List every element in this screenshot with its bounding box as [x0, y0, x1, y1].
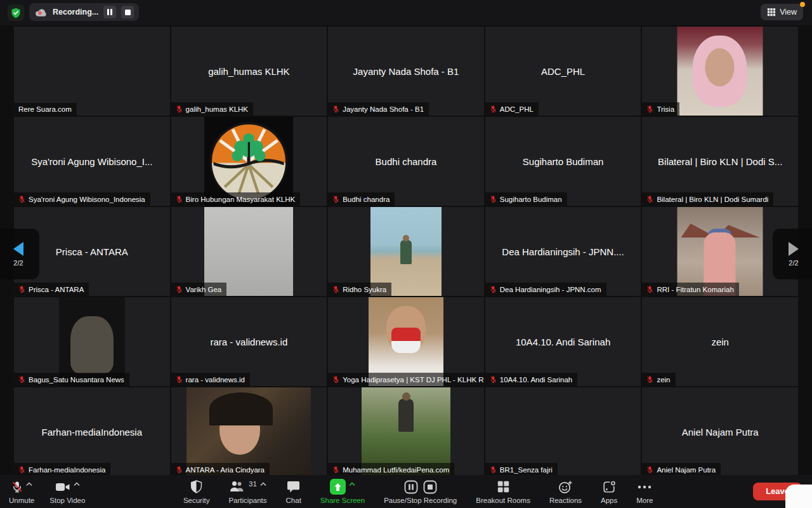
video-tile[interactable]: Sya'roni Agung Wibisono_I... Sya'roni Ag… — [14, 117, 170, 206]
video-tile[interactable]: Bilateral | Biro KLN | Dodi S... Bilater… — [642, 117, 798, 206]
breakout-rooms-icon — [497, 480, 510, 493]
view-button[interactable]: View — [761, 4, 803, 20]
video-tile[interactable]: 10A4.10. Andi Sarinah 10A4.10. Andi Sari… — [485, 297, 641, 386]
video-tile[interactable]: Varikh Gea — [171, 207, 327, 296]
video-tile[interactable]: ADC_PHL ADC_PHL — [485, 27, 641, 116]
mic-muted-icon — [11, 480, 23, 493]
video-tile[interactable]: Biro Hubungan Masyarakat KLHK — [171, 117, 327, 206]
participant-name-tag: Bagus_Satu Nusantara News — [14, 373, 129, 386]
video-tile[interactable]: Jayanty Nada Shofa - B1 Jayanty Nada Sho… — [328, 27, 484, 116]
apps-button[interactable]: Apps — [601, 479, 617, 504]
mic-muted-icon — [490, 285, 497, 293]
chevron-up-icon[interactable] — [26, 482, 32, 486]
video-tile[interactable]: Sugiharto Budiman Sugiharto Budiman — [485, 117, 641, 206]
meeting-top-bar: Recording... View — [0, 0, 812, 25]
participant-name-tag: Aniel Najam Putra — [642, 463, 721, 476]
participant-name: RRI - Fitratun Komariah — [657, 286, 733, 293]
klhk-ministry-logo — [209, 121, 289, 201]
more-button[interactable]: More — [636, 479, 653, 504]
next-page-button[interactable]: 2/2 — [773, 229, 812, 279]
unmute-button[interactable]: Unmute — [9, 479, 34, 504]
participant-name: Aniel Najam Putra — [657, 466, 716, 474]
video-tile[interactable]: Dea Hardianingsih - JPNN.... Dea Hardian… — [485, 207, 641, 296]
stop-recording-icon[interactable] — [423, 480, 437, 494]
participant-name-tag: zein — [642, 373, 675, 386]
encryption-shield-button[interactable] — [8, 4, 24, 21]
share-screen-button[interactable]: Share Screen — [320, 479, 365, 504]
cloud-recording-icon — [34, 8, 48, 17]
video-tile[interactable]: Trisia — [642, 27, 798, 116]
participant-name: Bagus_Satu Nusantara News — [29, 376, 124, 384]
participant-name-tag: Sya'roni Agung Wibisono_Indonesia — [14, 192, 150, 206]
chevron-up-icon[interactable] — [349, 482, 355, 486]
mic-muted-icon — [176, 375, 183, 384]
recording-status-text: Recording... — [53, 8, 98, 17]
recording-indicator: Recording... — [29, 3, 139, 21]
video-tile[interactable]: Yoga Hadiprasetya | KST DJ PHL - KLHK RI — [328, 297, 484, 386]
mic-muted-icon — [176, 465, 183, 474]
participant-name: zein — [657, 376, 670, 384]
pause-recording-button[interactable] — [103, 6, 116, 18]
video-camera-icon — [55, 481, 70, 493]
security-shield-icon — [190, 480, 202, 493]
participant-name: Muhammad Lutfi/kedaiPena.com — [343, 466, 449, 474]
meeting-toolbar: Unmute Stop Video Security — [0, 475, 812, 508]
chevron-up-icon[interactable] — [74, 482, 80, 486]
video-tile[interactable]: ANTARA - Aria Cindyara — [171, 387, 327, 476]
mic-muted-icon — [18, 465, 25, 474]
video-tile[interactable]: Ridho Syukra — [328, 207, 484, 296]
participant-name: Bilateral | Biro KLN | Dodi Sumardi — [657, 196, 768, 203]
more-dots-icon — [638, 485, 652, 489]
shield-check-icon — [11, 8, 21, 18]
participant-name: Rere Suara.com — [18, 105, 72, 113]
video-tile[interactable]: Muhammad Lutfi/kedaiPena.com — [328, 387, 484, 476]
participants-button[interactable]: 31 Participants — [228, 479, 266, 504]
security-button[interactable]: Security — [183, 479, 210, 504]
participant-name: Farhan-mediaIndonesia — [29, 466, 105, 474]
video-tile[interactable]: zein zein — [642, 297, 798, 386]
participant-name-tag: ADC_PHL — [485, 102, 539, 116]
apps-icon — [602, 480, 616, 494]
mic-muted-icon — [332, 375, 339, 384]
participant-name: Yoga Hadiprasetya | KST DJ PHL - KLHK RI — [343, 376, 484, 384]
mic-muted-icon — [646, 285, 653, 293]
page-indicator: 2/2 — [789, 259, 798, 267]
video-tile[interactable]: galih_humas KLHK galih_humas KLHK — [171, 27, 327, 116]
chat-button[interactable]: Chat — [286, 479, 301, 504]
participant-name-tag: BR1_Senza fajri — [485, 463, 558, 476]
pause-recording-icon[interactable] — [404, 480, 418, 494]
participants-count: 31 — [249, 480, 257, 488]
pause-stop-recording-button[interactable]: Pause/Stop Recording — [384, 479, 457, 504]
video-tile[interactable]: BR1_Senza fajri — [485, 387, 641, 476]
participant-name-tag: Sugiharto Budiman — [485, 192, 567, 206]
chevron-up-icon[interactable] — [260, 482, 266, 486]
video-tile[interactable]: Aniel Najam Putra Aniel Najam Putra — [642, 387, 798, 476]
participant-name: Prisca - ANTARA — [29, 286, 84, 293]
stop-video-button[interactable]: Stop Video — [49, 479, 85, 504]
participant-name-tag: Yoga Hadiprasetya | KST DJ PHL - KLHK RI — [328, 373, 484, 386]
mic-muted-icon — [18, 195, 25, 203]
participant-name: rara - validnews.id — [186, 376, 245, 384]
mic-muted-icon — [490, 195, 497, 203]
mic-muted-icon — [332, 465, 339, 474]
participant-name-tag: Ridho Syukra — [328, 283, 391, 296]
view-button-label: View — [780, 8, 797, 17]
chevron-right-icon — [789, 242, 799, 256]
previous-page-button[interactable]: 2/2 — [0, 229, 39, 279]
video-tile[interactable]: Farhan-mediaIndonesia Farhan-mediaIndone… — [14, 387, 170, 476]
participant-name-tag: Biro Hubungan Masyarakat KLHK — [171, 192, 301, 206]
video-tile[interactable]: Budhi chandra Budhi chandra — [328, 117, 484, 206]
mic-muted-icon — [646, 195, 653, 203]
breakout-rooms-button[interactable]: Breakout Rooms — [476, 479, 530, 504]
participant-name-tag: Trisia — [642, 102, 679, 116]
stop-recording-button[interactable] — [121, 6, 134, 18]
video-tile[interactable]: rara - validnews.id rara - validnews.id — [171, 297, 327, 386]
participant-name-tag: Jayanty Nada Shofa - B1 — [328, 102, 429, 116]
reactions-button[interactable]: Reactions — [549, 479, 582, 504]
video-tile[interactable]: Rere Suara.com — [14, 27, 170, 116]
video-tile[interactable]: Bagus_Satu Nusantara News — [14, 297, 170, 386]
participant-name-tag: Dea Hardianingsih - JPNN.com — [485, 283, 606, 296]
participant-name: Dea Hardianingsih - JPNN.com — [500, 286, 601, 293]
participant-name: Varikh Gea — [186, 286, 222, 293]
mic-muted-icon — [332, 105, 339, 113]
